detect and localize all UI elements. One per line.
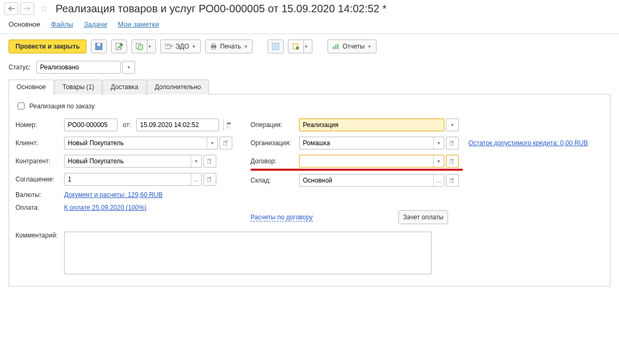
currency-label: Валюты: bbox=[15, 191, 61, 199]
svg-rect-19 bbox=[335, 45, 336, 49]
client-label: Клиент: bbox=[15, 139, 61, 147]
attach-button[interactable] bbox=[288, 39, 304, 53]
client-field[interactable]: ▼ bbox=[64, 137, 218, 149]
contract-calc-link[interactable]: Расчеты по договору bbox=[250, 213, 313, 221]
print-button[interactable]: Печать ▼ bbox=[205, 39, 253, 53]
client-dropdown[interactable]: ▼ bbox=[207, 137, 217, 149]
agreement-more[interactable]: … bbox=[191, 173, 201, 185]
svg-rect-27 bbox=[450, 160, 453, 164]
agreement-open[interactable] bbox=[203, 173, 216, 186]
warehouse-label: Склад: bbox=[250, 177, 296, 184]
currency-link[interactable]: Документ и расчеты: 129,60 RUB bbox=[64, 191, 163, 199]
warehouse-field[interactable]: … bbox=[299, 174, 444, 187]
toolbar: Провести и закрыть ▼ ЭДО ▼ Печать ▼ ▼ bbox=[0, 34, 619, 59]
edo-icon bbox=[165, 43, 173, 50]
post-and-close-button[interactable]: Провести и закрыть bbox=[9, 39, 87, 53]
svg-point-17 bbox=[296, 46, 299, 50]
svg-rect-28 bbox=[450, 179, 453, 183]
svg-rect-22 bbox=[227, 123, 231, 124]
nav-notes[interactable]: Мои заметки bbox=[118, 20, 159, 28]
chart-icon bbox=[332, 43, 340, 50]
svg-rect-10 bbox=[212, 44, 215, 45]
svg-rect-20 bbox=[337, 44, 339, 49]
tab-delivery[interactable]: Доставка bbox=[103, 80, 146, 94]
base-on-button[interactable] bbox=[131, 39, 147, 53]
nav-files[interactable]: Файлы bbox=[51, 20, 73, 28]
counterparty-open[interactable] bbox=[203, 155, 216, 168]
tab-extra[interactable]: Дополнительно bbox=[147, 80, 209, 94]
by-order-label: Реализация по заказу bbox=[29, 102, 95, 110]
agreement-label: Соглашение: bbox=[15, 176, 61, 183]
nav-links: Основное Файлы Задачи Мои заметки bbox=[0, 17, 619, 34]
forward-button[interactable] bbox=[20, 2, 34, 15]
from-label: от: bbox=[123, 121, 131, 129]
operation-label: Операция: bbox=[250, 121, 296, 129]
credit-link[interactable]: Остаток допустимого кредита: 0,00 RUB bbox=[468, 139, 588, 147]
svg-rect-7 bbox=[138, 45, 143, 50]
attach-dropdown[interactable]: ▼ bbox=[304, 39, 312, 53]
save-button[interactable] bbox=[91, 39, 107, 53]
operation-field[interactable] bbox=[299, 118, 444, 131]
tabs: Основное Товары (1) Доставка Дополнитель… bbox=[9, 79, 610, 94]
back-button[interactable] bbox=[4, 2, 18, 15]
contract-dropdown[interactable]: ▼ bbox=[433, 155, 444, 167]
org-label: Организация: bbox=[250, 139, 296, 147]
offset-payment-button[interactable]: Зачет оплаты bbox=[398, 210, 449, 224]
status-row: Статус: ▼ bbox=[0, 59, 619, 79]
tab-goods[interactable]: Товары (1) bbox=[54, 80, 102, 94]
svg-rect-24 bbox=[207, 160, 210, 164]
org-dropdown[interactable]: ▼ bbox=[433, 137, 444, 149]
counterparty-field[interactable]: ▼ bbox=[64, 155, 202, 168]
post-button[interactable] bbox=[111, 39, 127, 53]
nav-main[interactable]: Основное bbox=[9, 20, 41, 28]
reports-button[interactable]: Отчеты ▼ bbox=[327, 39, 376, 53]
favorite-icon[interactable]: ☆ bbox=[40, 3, 48, 14]
status-field[interactable] bbox=[36, 61, 121, 74]
date-field[interactable] bbox=[136, 118, 219, 131]
calendar-icon[interactable] bbox=[223, 119, 234, 131]
tab-main[interactable]: Основное bbox=[9, 80, 54, 94]
payment-label: Оплата: bbox=[15, 204, 61, 211]
payment-link[interactable]: К оплате 25.09.2020 (100%) bbox=[64, 204, 146, 211]
page-title: Реализация товаров и услуг РО00-000005 о… bbox=[56, 3, 387, 15]
comment-label: Комментарий: bbox=[15, 232, 61, 239]
contract-field[interactable]: ▼ bbox=[299, 155, 444, 168]
header: ☆ Реализация товаров и услуг РО00-000005… bbox=[0, 0, 619, 17]
svg-rect-11 bbox=[212, 48, 215, 49]
warehouse-more[interactable]: … bbox=[433, 175, 444, 186]
by-order-checkbox[interactable] bbox=[18, 102, 25, 109]
svg-rect-25 bbox=[207, 178, 210, 182]
printer-icon bbox=[210, 43, 217, 50]
svg-rect-26 bbox=[450, 141, 453, 146]
org-open[interactable] bbox=[446, 137, 459, 149]
svg-rect-18 bbox=[333, 46, 334, 49]
highlight-underline bbox=[250, 169, 463, 171]
status-dropdown[interactable]: ▼ bbox=[122, 61, 135, 74]
client-open[interactable] bbox=[220, 137, 232, 149]
number-field[interactable] bbox=[64, 118, 117, 131]
comment-textarea[interactable] bbox=[64, 232, 432, 274]
base-on-dropdown[interactable]: ▼ bbox=[147, 39, 156, 53]
warehouse-open[interactable] bbox=[446, 174, 459, 187]
svg-point-5 bbox=[120, 43, 123, 46]
counterparty-label: Контрагент: bbox=[15, 157, 61, 165]
contract-open[interactable] bbox=[446, 155, 459, 168]
number-label: Номер: bbox=[15, 121, 61, 129]
svg-rect-23 bbox=[223, 141, 226, 146]
org-field[interactable]: ▼ bbox=[299, 137, 444, 149]
operation-dropdown[interactable]: ▼ bbox=[446, 118, 459, 131]
tab-content-main: Реализация по заказу Номер: от: Клиент: bbox=[9, 94, 610, 287]
counterparty-dropdown[interactable]: ▼ bbox=[191, 155, 201, 167]
edo-button[interactable]: ЭДО ▼ bbox=[160, 39, 201, 53]
svg-rect-3 bbox=[97, 43, 100, 46]
contract-label: Договор: bbox=[250, 157, 296, 165]
agreement-field[interactable]: … bbox=[64, 173, 202, 186]
status-label: Статус: bbox=[9, 64, 32, 71]
nav-tasks[interactable]: Задачи bbox=[84, 20, 107, 28]
list-icon-button[interactable] bbox=[268, 39, 284, 53]
